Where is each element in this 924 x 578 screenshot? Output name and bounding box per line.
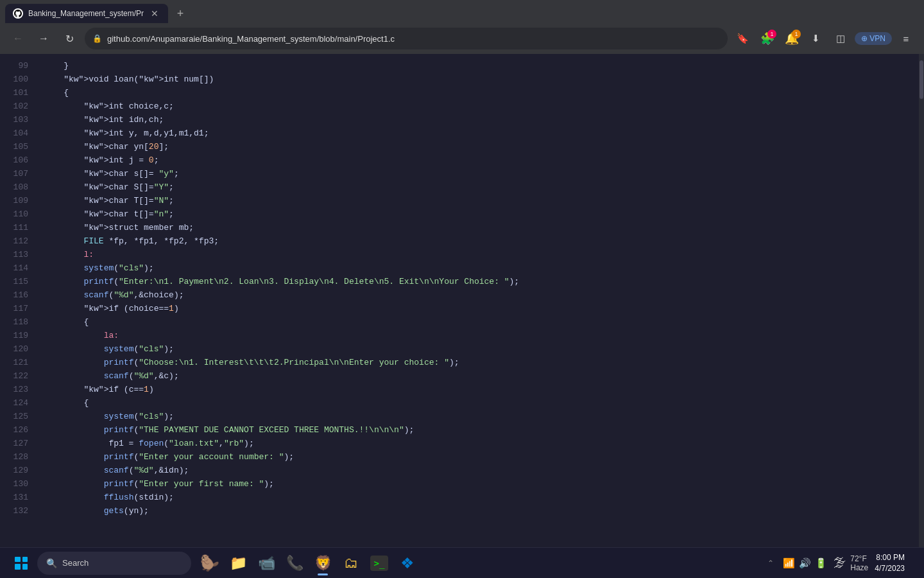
tab-close-button[interactable]: ✕	[149, 8, 160, 19]
code-line: "kw">if (choice==1)	[44, 302, 919, 315]
extensions-button[interactable]: 🧩 1	[757, 28, 778, 49]
nav-bar: ← → ↻ 🔒 github.com/Anupamaraie/Banking_M…	[0, 23, 924, 54]
url-text: github.com/Anupamaraie/Banking_Managemen…	[107, 34, 720, 44]
browser-chrome: Banking_Management_system/Pr ✕ + ← → ↻ 🔒…	[0, 0, 924, 54]
code-line: "kw">char t[]="n";	[44, 207, 919, 221]
reload-button[interactable]: ↻	[59, 28, 80, 49]
active-tab[interactable]: Banking_Management_system/Pr ✕	[5, 4, 168, 23]
new-tab-button[interactable]: +	[171, 4, 190, 23]
line-number: 104	[0, 127, 38, 140]
system-tray: ⌃ 📶 🔊 🔋 🌫 72°F Haze 8:00 PM 4/7/2023	[765, 550, 916, 577]
sidebar-button[interactable]: ◫	[830, 28, 851, 49]
bookmark-button[interactable]: 🔖	[733, 28, 753, 49]
terminal-icon: >_	[370, 556, 388, 571]
code-line: system("cls");	[44, 342, 919, 356]
tray-icons: 📶 🔊 🔋	[783, 557, 827, 569]
line-number: 131	[0, 491, 38, 504]
code-line: "kw">int j = 0;	[44, 153, 919, 167]
search-icon: 🔍	[46, 558, 57, 568]
line-number: 101	[0, 86, 38, 100]
code-line: {	[44, 86, 919, 100]
taskbar: 🔍 Search 🦫 📁 📹 📞 🦁 🗂 >_	[0, 547, 924, 578]
code-line: "kw">char T[]="N";	[44, 194, 919, 207]
taskbar-app-terminal[interactable]: >_	[366, 550, 393, 577]
code-line: }	[44, 59, 919, 73]
scrollbar-thumb[interactable]	[920, 60, 923, 99]
tray-expand-button[interactable]: ⌃	[765, 556, 776, 570]
code-line: "kw">char s[]= "y";	[44, 167, 919, 180]
line-number: 120	[0, 342, 38, 356]
code-line: "kw">void loan("kw">int num[])	[44, 73, 919, 86]
line-number: 99	[0, 59, 38, 73]
clock-time: 8:00 PM	[875, 552, 905, 563]
lock-icon: 🔒	[92, 34, 102, 43]
line-numbers: 9910010110210310410510610710810911011111…	[0, 54, 38, 547]
back-button[interactable]: ←	[8, 28, 28, 49]
weather-icon: 🌫	[834, 556, 846, 570]
code-line: printf("Enter your account number: ");	[44, 450, 919, 464]
windows-logo	[15, 557, 28, 570]
taskbar-app-squirrel[interactable]: 🦫	[196, 550, 223, 577]
tab-title: Banking_Management_system/Pr	[28, 9, 144, 18]
code-line: la:	[44, 329, 919, 342]
taskbar-apps: 🦫 📁 📹 📞 🦁 🗂 >_ ❖	[196, 550, 421, 577]
weather-widget[interactable]: 🌫 72°F Haze	[834, 554, 868, 572]
code-line: printf("Choose:\n1. Interest\t\t\t2.Prin…	[44, 356, 919, 369]
wifi-icon: 📶	[783, 557, 795, 569]
code-line: gets(yn);	[44, 504, 919, 518]
line-number: 106	[0, 153, 38, 167]
code-line: "kw">int y, m,d,y1,m1,d1;	[44, 127, 919, 140]
battery-icon: 🔋	[815, 557, 827, 569]
folder-icon: 📁	[230, 555, 247, 572]
code-line: {	[44, 315, 919, 329]
code-line: "kw">struct member mb;	[44, 221, 919, 234]
line-number: 117	[0, 302, 38, 315]
tab-favicon	[13, 8, 23, 19]
code-line: fflush(stdin);	[44, 491, 919, 504]
system-clock[interactable]: 8:00 PM 4/7/2023	[875, 552, 905, 574]
line-number: 130	[0, 477, 38, 491]
code-line: "kw">char S[]="Y";	[44, 180, 919, 194]
vpn-button[interactable]: ⊕ VPN	[855, 32, 892, 45]
taskbar-app-files[interactable]: 🗂	[338, 550, 364, 577]
menu-button[interactable]: ≡	[896, 28, 916, 49]
line-number: 109	[0, 194, 38, 207]
forward-button[interactable]: →	[33, 28, 54, 49]
code-line: l:	[44, 248, 919, 261]
line-number: 132	[0, 504, 38, 518]
code-line: scanf("%d",&c);	[44, 369, 919, 383]
line-number: 113	[0, 248, 38, 261]
start-button[interactable]	[8, 550, 35, 577]
line-number: 118	[0, 315, 38, 329]
line-number: 107	[0, 167, 38, 180]
taskbar-app-viber[interactable]: 📞	[281, 550, 308, 577]
code-line: printf("Enter:\n1. Payment\n2. Loan\n3. …	[44, 275, 919, 288]
scrollbar-track[interactable]	[919, 54, 924, 547]
taskbar-app-meet[interactable]: 📹	[253, 550, 280, 577]
line-number: 124	[0, 396, 38, 410]
line-number: 102	[0, 100, 38, 113]
line-number: 126	[0, 423, 38, 437]
code-line: system("cls");	[44, 261, 919, 275]
download-button[interactable]: ⬇	[806, 28, 826, 49]
line-number: 122	[0, 369, 38, 383]
notification-panel-button[interactable]	[911, 550, 916, 577]
clock-date: 4/7/2023	[875, 563, 905, 574]
notifications-button[interactable]: 🔔 1	[782, 28, 802, 49]
code-area: 9910010110210310410510610710810911011111…	[0, 54, 924, 547]
address-bar[interactable]: 🔒 github.com/Anupamaraie/Banking_Managem…	[85, 28, 728, 49]
line-number: 112	[0, 234, 38, 248]
code-line: scanf("%d",&idn);	[44, 464, 919, 477]
line-number: 115	[0, 275, 38, 288]
weather-condition: Haze	[850, 563, 868, 572]
taskbar-app-brave[interactable]: 🦁	[309, 550, 336, 577]
code-line: printf("Enter your first name: ");	[44, 477, 919, 491]
line-number: 114	[0, 261, 38, 275]
taskbar-search[interactable]: 🔍 Search	[37, 552, 191, 575]
taskbar-app-folder[interactable]: 📁	[225, 550, 252, 577]
nav-actions: 🔖 🧩 1 🔔 1 ⬇ ◫ ⊕ VPN ≡	[733, 28, 916, 49]
search-label: Search	[62, 558, 89, 568]
taskbar-app-vscode[interactable]: ❖	[394, 550, 421, 577]
line-number: 116	[0, 288, 38, 302]
line-number: 128	[0, 450, 38, 464]
